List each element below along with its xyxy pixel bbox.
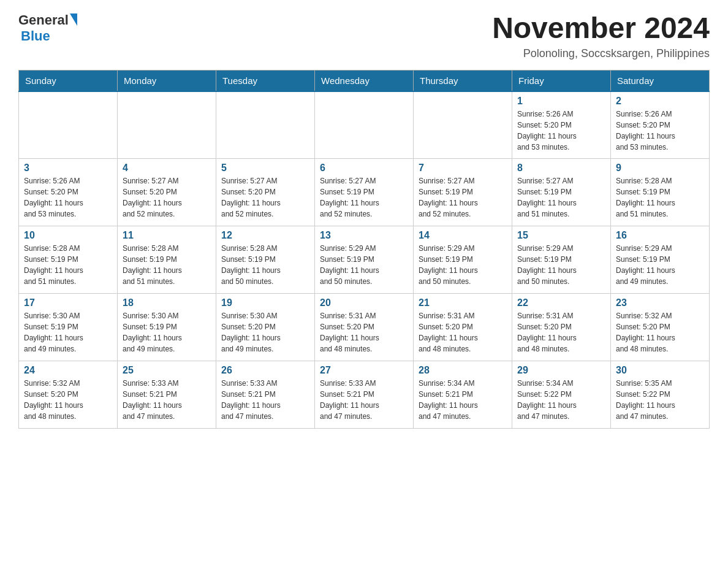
calendar-cell: 8Sunrise: 5:27 AMSunset: 5:19 PMDaylight… (512, 159, 611, 226)
calendar-cell: 4Sunrise: 5:27 AMSunset: 5:20 PMDaylight… (118, 159, 216, 226)
day-info: Sunrise: 5:31 AMSunset: 5:20 PMDaylight:… (517, 310, 605, 354)
day-number: 27 (320, 365, 408, 376)
calendar-cell: 3Sunrise: 5:26 AMSunset: 5:20 PMDaylight… (19, 159, 118, 226)
week-row-3: 10Sunrise: 5:28 AMSunset: 5:19 PMDayligh… (19, 226, 710, 294)
calendar-cell: 22Sunrise: 5:31 AMSunset: 5:20 PMDayligh… (512, 294, 611, 361)
calendar-cell (118, 91, 216, 159)
calendar-cell: 29Sunrise: 5:34 AMSunset: 5:22 PMDayligh… (512, 361, 611, 429)
calendar-cell: 27Sunrise: 5:33 AMSunset: 5:21 PMDayligh… (315, 361, 414, 429)
calendar-cell: 30Sunrise: 5:35 AMSunset: 5:22 PMDayligh… (611, 361, 710, 429)
day-info: Sunrise: 5:34 AMSunset: 5:21 PMDaylight:… (419, 378, 507, 422)
logo-blue-text: Blue (21, 28, 50, 44)
location-subtitle: Polonoling, Soccsksargen, Philippines (492, 47, 710, 60)
day-info: Sunrise: 5:26 AMSunset: 5:20 PMDaylight:… (517, 109, 605, 153)
calendar-cell: 26Sunrise: 5:33 AMSunset: 5:21 PMDayligh… (216, 361, 315, 429)
day-info: Sunrise: 5:27 AMSunset: 5:20 PMDaylight:… (123, 175, 211, 220)
day-info: Sunrise: 5:32 AMSunset: 5:20 PMDaylight:… (616, 310, 704, 354)
day-info: Sunrise: 5:28 AMSunset: 5:19 PMDaylight:… (616, 175, 704, 220)
calendar-cell: 20Sunrise: 5:31 AMSunset: 5:20 PMDayligh… (315, 294, 414, 361)
day-info: Sunrise: 5:28 AMSunset: 5:19 PMDaylight:… (123, 243, 211, 287)
calendar-cell: 14Sunrise: 5:29 AMSunset: 5:19 PMDayligh… (414, 226, 512, 294)
calendar-cell: 11Sunrise: 5:28 AMSunset: 5:19 PMDayligh… (118, 226, 216, 294)
day-info: Sunrise: 5:29 AMSunset: 5:19 PMDaylight:… (320, 243, 408, 287)
week-row-2: 3Sunrise: 5:26 AMSunset: 5:20 PMDaylight… (19, 159, 710, 226)
calendar-cell (19, 91, 118, 159)
calendar-header-row: SundayMondayTuesdayWednesdayThursdayFrid… (19, 70, 710, 91)
day-info: Sunrise: 5:26 AMSunset: 5:20 PMDaylight:… (616, 109, 704, 153)
day-number: 22 (517, 297, 605, 308)
day-number: 14 (419, 230, 507, 241)
day-info: Sunrise: 5:34 AMSunset: 5:22 PMDaylight:… (517, 378, 605, 422)
day-number: 19 (221, 297, 309, 308)
day-info: Sunrise: 5:27 AMSunset: 5:19 PMDaylight:… (320, 175, 408, 220)
calendar-cell: 5Sunrise: 5:27 AMSunset: 5:20 PMDaylight… (216, 159, 315, 226)
calendar-cell: 12Sunrise: 5:28 AMSunset: 5:19 PMDayligh… (216, 226, 315, 294)
calendar-cell: 25Sunrise: 5:33 AMSunset: 5:21 PMDayligh… (118, 361, 216, 429)
column-header-tuesday: Tuesday (216, 70, 315, 91)
day-number: 30 (616, 365, 704, 376)
column-header-friday: Friday (512, 70, 611, 91)
calendar-cell (315, 91, 414, 159)
calendar-cell: 16Sunrise: 5:29 AMSunset: 5:19 PMDayligh… (611, 226, 710, 294)
title-section: November 2024 Polonoling, Soccsksargen, … (492, 12, 710, 60)
calendar-cell: 10Sunrise: 5:28 AMSunset: 5:19 PMDayligh… (19, 226, 118, 294)
day-number: 24 (24, 365, 112, 376)
calendar-cell: 28Sunrise: 5:34 AMSunset: 5:21 PMDayligh… (414, 361, 512, 429)
day-info: Sunrise: 5:28 AMSunset: 5:19 PMDaylight:… (221, 243, 309, 287)
day-info: Sunrise: 5:35 AMSunset: 5:22 PMDaylight:… (616, 378, 704, 422)
calendar-cell: 2Sunrise: 5:26 AMSunset: 5:20 PMDaylight… (611, 91, 710, 159)
day-info: Sunrise: 5:27 AMSunset: 5:19 PMDaylight:… (517, 175, 605, 220)
calendar-cell: 21Sunrise: 5:31 AMSunset: 5:20 PMDayligh… (414, 294, 512, 361)
day-number: 11 (123, 230, 211, 241)
day-number: 8 (517, 163, 605, 174)
day-number: 28 (419, 365, 507, 376)
day-info: Sunrise: 5:29 AMSunset: 5:19 PMDaylight:… (616, 243, 704, 287)
day-info: Sunrise: 5:28 AMSunset: 5:19 PMDaylight:… (24, 243, 112, 287)
day-number: 15 (517, 230, 605, 241)
day-info: Sunrise: 5:31 AMSunset: 5:20 PMDaylight:… (419, 310, 507, 354)
calendar-cell: 19Sunrise: 5:30 AMSunset: 5:20 PMDayligh… (216, 294, 315, 361)
day-number: 25 (123, 365, 211, 376)
day-number: 18 (123, 297, 211, 308)
day-number: 29 (517, 365, 605, 376)
day-number: 13 (320, 230, 408, 241)
calendar-cell: 15Sunrise: 5:29 AMSunset: 5:19 PMDayligh… (512, 226, 611, 294)
day-number: 26 (221, 365, 309, 376)
day-number: 9 (616, 163, 704, 174)
day-info: Sunrise: 5:27 AMSunset: 5:19 PMDaylight:… (419, 175, 507, 220)
day-number: 4 (123, 163, 211, 174)
day-info: Sunrise: 5:26 AMSunset: 5:20 PMDaylight:… (24, 175, 112, 220)
column-header-sunday: Sunday (19, 70, 118, 91)
day-info: Sunrise: 5:29 AMSunset: 5:19 PMDaylight:… (517, 243, 605, 287)
day-info: Sunrise: 5:29 AMSunset: 5:19 PMDaylight:… (419, 243, 507, 287)
calendar-table: SundayMondayTuesdayWednesdayThursdayFrid… (18, 70, 710, 429)
calendar-cell (414, 91, 512, 159)
column-header-wednesday: Wednesday (315, 70, 414, 91)
day-number: 1 (517, 96, 605, 107)
calendar-cell: 1Sunrise: 5:26 AMSunset: 5:20 PMDaylight… (512, 91, 611, 159)
calendar-cell: 17Sunrise: 5:30 AMSunset: 5:19 PMDayligh… (19, 294, 118, 361)
day-number: 10 (24, 230, 112, 241)
day-number: 7 (419, 163, 507, 174)
logo-arrow-icon (70, 13, 77, 26)
day-number: 12 (221, 230, 309, 241)
day-info: Sunrise: 5:27 AMSunset: 5:20 PMDaylight:… (221, 175, 309, 220)
day-info: Sunrise: 5:33 AMSunset: 5:21 PMDaylight:… (123, 378, 211, 422)
calendar-cell: 7Sunrise: 5:27 AMSunset: 5:19 PMDaylight… (414, 159, 512, 226)
column-header-thursday: Thursday (414, 70, 512, 91)
logo: General Blue (18, 12, 77, 44)
calendar-cell: 18Sunrise: 5:30 AMSunset: 5:19 PMDayligh… (118, 294, 216, 361)
day-info: Sunrise: 5:30 AMSunset: 5:19 PMDaylight:… (24, 310, 112, 354)
week-row-1: 1Sunrise: 5:26 AMSunset: 5:20 PMDaylight… (19, 91, 710, 159)
calendar-cell: 9Sunrise: 5:28 AMSunset: 5:19 PMDaylight… (611, 159, 710, 226)
week-row-5: 24Sunrise: 5:32 AMSunset: 5:20 PMDayligh… (19, 361, 710, 429)
calendar-cell (216, 91, 315, 159)
day-info: Sunrise: 5:31 AMSunset: 5:20 PMDaylight:… (320, 310, 408, 354)
day-info: Sunrise: 5:30 AMSunset: 5:20 PMDaylight:… (221, 310, 309, 354)
day-number: 21 (419, 297, 507, 308)
calendar-cell: 23Sunrise: 5:32 AMSunset: 5:20 PMDayligh… (611, 294, 710, 361)
column-header-saturday: Saturday (611, 70, 710, 91)
month-title: November 2024 (492, 12, 710, 45)
day-number: 16 (616, 230, 704, 241)
logo-general-text: General (18, 12, 69, 28)
